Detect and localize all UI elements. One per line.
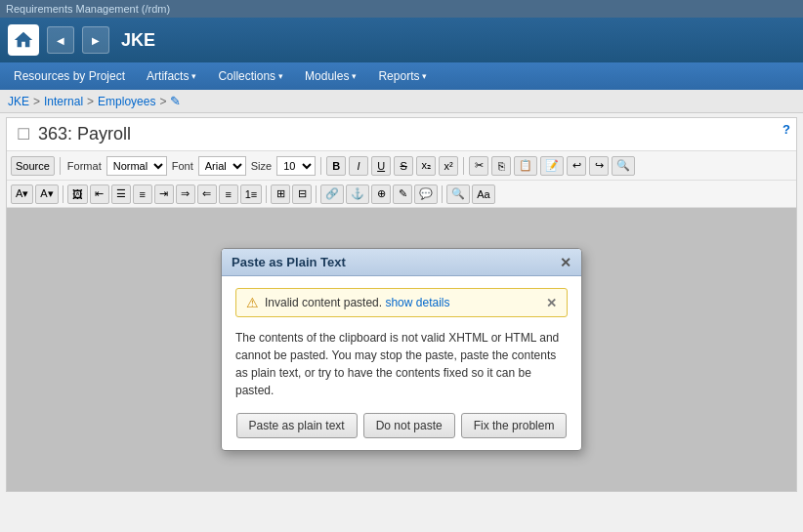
image-button[interactable]: 🖼 [67, 184, 88, 204]
title-bar-text: Requirements Management (/rdm) [6, 3, 170, 15]
warning-close-button[interactable]: ✕ [546, 296, 557, 310]
underline-button[interactable]: U [371, 156, 391, 176]
list-unordered-button[interactable]: ≡ [219, 184, 238, 204]
app-header: ◀ ▶ JKE [0, 18, 803, 62]
home-icon [13, 29, 34, 51]
nav-item-artifacts[interactable]: Artifacts ▾ [137, 65, 206, 87]
modal-body: ⚠ Invalid content pasted. show details ✕… [222, 276, 581, 450]
breadcrumb-jke[interactable]: JKE [8, 95, 29, 108]
modal-buttons: Paste as plain text Do not paste Fix the… [235, 413, 568, 438]
breadcrumb-employees[interactable]: Employees [98, 95, 155, 108]
highlight-button[interactable]: ✎ [393, 184, 412, 204]
separator [316, 185, 317, 203]
find-button[interactable]: 🔍 [612, 156, 635, 176]
breadcrumb: JKE > Internal > Employees > ✎ [0, 90, 803, 113]
italic-button[interactable]: I [349, 156, 368, 176]
paste-plain-text-button[interactable]: Paste as plain text [236, 413, 358, 438]
separator [63, 185, 63, 203]
app-title: JKE [121, 30, 155, 51]
nav-back-button[interactable]: ◀ [47, 26, 74, 54]
warning-box: ⚠ Invalid content pasted. show details ✕ [235, 288, 568, 317]
paste-plain-text-dialog: Paste as Plain Text ✕ ⚠ Invalid content … [221, 248, 582, 451]
document-icon: ☐ [17, 125, 30, 143]
format-select[interactable]: Normal [106, 156, 167, 176]
font-select[interactable]: Arial [198, 156, 246, 176]
content-area: Paste as Plain Text ✕ ⚠ Invalid content … [7, 208, 796, 491]
separator [60, 157, 61, 175]
modal-message: The contents of the clipboard is not val… [235, 329, 568, 399]
subscript-button[interactable]: x₂ [416, 156, 436, 176]
table-props-button[interactable]: ⊟ [292, 184, 312, 204]
redo-button[interactable]: ↪ [589, 156, 609, 176]
source-button[interactable]: Source [11, 156, 55, 176]
superscript-button[interactable]: x² [439, 156, 458, 176]
font-label: Font [170, 160, 195, 172]
nav-bar: Resources by Project Artifacts ▾ Collect… [0, 62, 803, 90]
copy-button[interactable]: ⎘ [491, 156, 511, 176]
modal-overlay: Paste as Plain Text ✕ ⚠ Invalid content … [7, 208, 796, 491]
bold-button[interactable]: B [326, 156, 346, 176]
warning-icon: ⚠ [246, 295, 259, 310]
paste-text-button[interactable]: 📝 [540, 156, 564, 176]
outdent-button[interactable]: ⇐ [197, 184, 217, 204]
warning-content: ⚠ Invalid content pasted. show details [246, 295, 449, 310]
help-button[interactable]: ? [782, 122, 790, 137]
warning-text: Invalid content pasted. show details [265, 296, 449, 309]
separator [442, 185, 443, 203]
modal-title: Paste as Plain Text [232, 255, 346, 269]
show-details-link[interactable]: show details [385, 296, 449, 309]
align-right-button[interactable]: ⇥ [154, 184, 174, 204]
align-center-button[interactable]: ≡ [133, 184, 152, 204]
doc-title: 363: Payroll [38, 124, 131, 144]
document-area: ☐ 363: Payroll ? Source Format Normal Fo… [6, 117, 797, 492]
breadcrumb-internal[interactable]: Internal [44, 95, 83, 108]
anchor-button[interactable]: ⚓ [346, 184, 369, 204]
do-not-paste-button[interactable]: Do not paste [363, 413, 455, 438]
nav-item-resources[interactable]: Resources by Project [4, 65, 135, 87]
separator [266, 185, 267, 203]
accessibility-button[interactable]: Aa [472, 184, 494, 204]
chevron-down-icon: ▾ [278, 71, 283, 81]
indent-left-button[interactable]: ⇤ [90, 184, 109, 204]
zoom-button[interactable]: 🔍 [446, 184, 470, 204]
style-dropdown[interactable]: A▾ [11, 184, 33, 204]
nav-item-collections[interactable]: Collections ▾ [208, 65, 293, 87]
undo-button[interactable]: ↩ [567, 156, 586, 176]
comment-button[interactable]: 💬 [414, 184, 438, 204]
app-logo-box[interactable] [8, 24, 39, 56]
list-ordered-button[interactable]: 1≡ [240, 184, 263, 204]
cut-button[interactable]: ✂ [469, 156, 488, 176]
toolbar-row1: Source Format Normal Font Arial Size 10 … [7, 151, 796, 181]
chevron-down-icon: ▾ [422, 71, 427, 81]
title-bar: Requirements Management (/rdm) [0, 0, 803, 18]
size-select[interactable]: 10 [276, 156, 316, 176]
nav-item-modules[interactable]: Modules ▾ [295, 65, 366, 87]
paste-button[interactable]: 📋 [514, 156, 537, 176]
edit-icon[interactable]: ✎ [170, 94, 181, 108]
table-button[interactable]: ⊞ [271, 184, 290, 204]
chevron-down-icon: ▾ [191, 71, 196, 81]
modal-close-button[interactable]: ✕ [560, 256, 571, 269]
format-label: Format [65, 160, 104, 172]
insert-button[interactable]: ⊕ [371, 184, 391, 204]
link-button[interactable]: 🔗 [320, 184, 344, 204]
modal-header: Paste as Plain Text ✕ [222, 249, 581, 276]
fix-problem-button[interactable]: Fix the problem [461, 413, 568, 438]
strikethrough-button[interactable]: S [394, 156, 413, 176]
nav-item-reports[interactable]: Reports ▾ [368, 65, 437, 87]
separator [463, 157, 464, 175]
size-label: Size [249, 160, 274, 172]
toolbar-row2: A▾ A▾ 🖼 ⇤ ☰ ≡ ⇥ ⇒ ⇐ ≡ 1≡ ⊞ ⊟ 🔗 ⚓ ⊕ ✎ 💬 🔍… [7, 181, 796, 208]
nav-forward-button[interactable]: ▶ [82, 26, 109, 54]
chevron-down-icon: ▾ [352, 71, 357, 81]
doc-title-bar: ☐ 363: Payroll ? [7, 118, 796, 151]
align-left-button[interactable]: ☰ [111, 184, 131, 204]
separator [320, 157, 321, 175]
indent-button[interactable]: ⇒ [176, 184, 195, 204]
color-button[interactable]: A▾ [35, 184, 58, 204]
